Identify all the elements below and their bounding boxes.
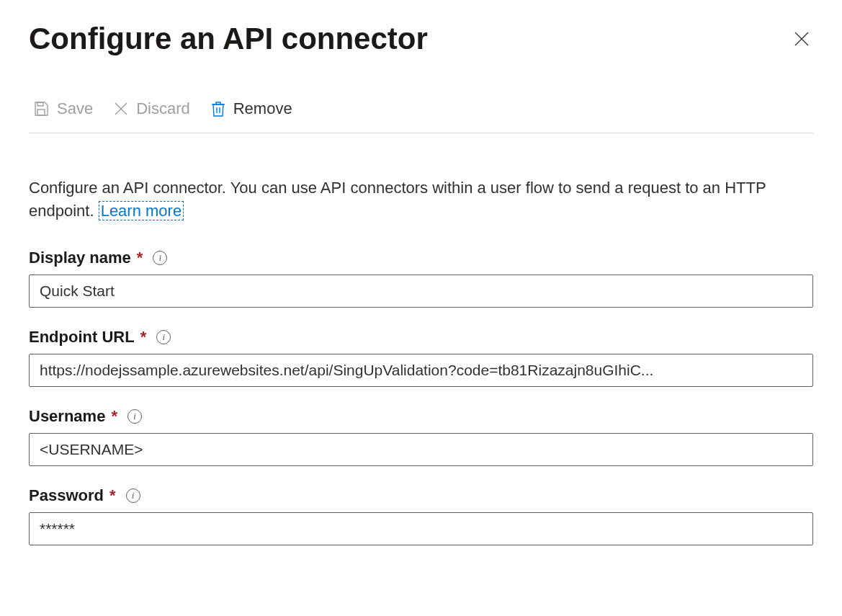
endpoint-url-input[interactable] bbox=[29, 354, 813, 387]
svg-rect-3 bbox=[37, 110, 45, 115]
trash-icon bbox=[210, 100, 226, 117]
svg-rect-2 bbox=[37, 102, 43, 106]
save-button[interactable]: Save bbox=[32, 99, 93, 118]
discard-label: Discard bbox=[136, 99, 190, 118]
close-button[interactable] bbox=[790, 27, 813, 50]
discard-button[interactable]: Discard bbox=[113, 99, 190, 118]
remove-label: Remove bbox=[233, 99, 292, 118]
username-label: Username bbox=[29, 407, 105, 426]
page-title: Configure an API connector bbox=[29, 22, 428, 56]
info-icon[interactable]: i bbox=[126, 488, 140, 503]
close-icon bbox=[794, 31, 810, 47]
remove-button[interactable]: Remove bbox=[210, 99, 292, 118]
password-label: Password bbox=[29, 486, 104, 505]
info-icon[interactable]: i bbox=[153, 251, 167, 265]
discard-icon bbox=[113, 101, 129, 117]
info-icon[interactable]: i bbox=[156, 330, 171, 344]
required-indicator: * bbox=[140, 328, 147, 347]
endpoint-url-label: Endpoint URL bbox=[29, 328, 135, 347]
required-indicator: * bbox=[137, 249, 143, 267]
username-input[interactable] bbox=[29, 433, 813, 466]
learn-more-link[interactable]: Learn more bbox=[99, 201, 184, 220]
info-icon[interactable]: i bbox=[127, 409, 142, 424]
required-indicator: * bbox=[111, 407, 117, 426]
toolbar: Save Discard Remove bbox=[29, 99, 813, 133]
password-input[interactable] bbox=[29, 512, 813, 545]
save-icon bbox=[32, 100, 50, 117]
save-label: Save bbox=[57, 99, 93, 118]
required-indicator: * bbox=[109, 486, 116, 505]
display-name-input[interactable] bbox=[29, 274, 813, 308]
description-text: Configure an API connector. You can use … bbox=[29, 177, 813, 223]
display-name-label: Display name bbox=[29, 249, 131, 267]
